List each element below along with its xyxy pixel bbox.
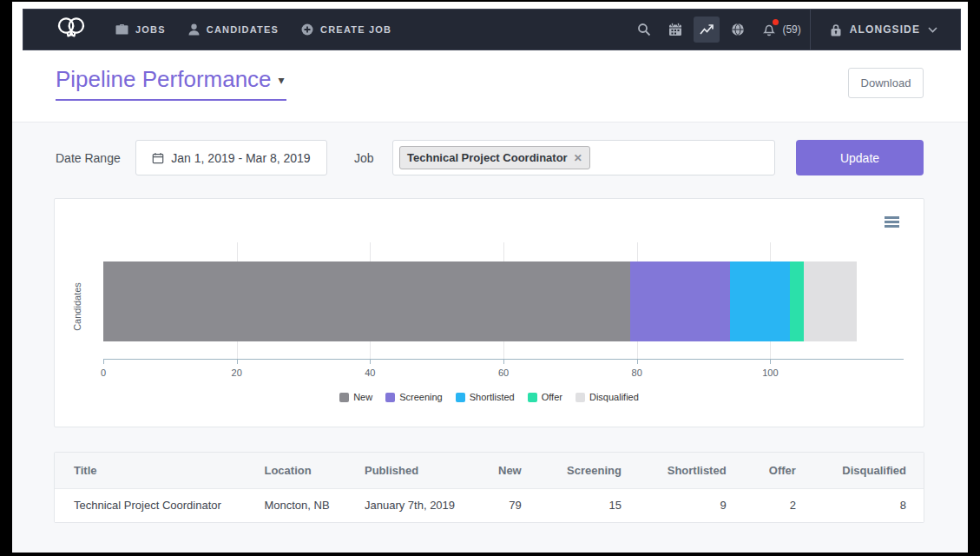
briefcase-icon bbox=[115, 23, 128, 36]
date-range-input[interactable]: Jan 1, 2019 - Mar 8, 2019 bbox=[135, 140, 327, 175]
legend-item-disqualified[interactable]: Disqualified bbox=[576, 392, 639, 402]
nav-item-label: CREATE JOB bbox=[320, 24, 391, 35]
legend-swatch bbox=[576, 393, 585, 402]
table-header-row: TitleLocationPublishedNewScreeningShortl… bbox=[55, 453, 924, 488]
calendar-icon bbox=[152, 152, 164, 164]
nav-item-label: JOBS bbox=[135, 24, 166, 35]
alongside-logo[interactable] bbox=[53, 14, 89, 45]
account-menu[interactable]: ALONGSIDE bbox=[810, 10, 960, 50]
update-button[interactable]: Update bbox=[796, 140, 924, 175]
legend-item-screening[interactable]: Screening bbox=[385, 392, 443, 402]
axis-tick-label: 40 bbox=[352, 367, 387, 378]
legend-label: New bbox=[353, 392, 372, 402]
notification-dot bbox=[773, 19, 779, 25]
legend-item-shortlisted[interactable]: Shortlisted bbox=[456, 392, 515, 402]
table-cell: 2 bbox=[744, 488, 813, 522]
bell-button[interactable] bbox=[756, 17, 782, 43]
reports-button[interactable] bbox=[694, 17, 720, 43]
account-label: ALONGSIDE bbox=[850, 23, 920, 36]
download-button[interactable]: Download bbox=[848, 68, 924, 98]
top-navbar: JOBS CANDIDATES CREATE J bbox=[23, 9, 961, 50]
job-tag: Technical Project Coordinator ✕ bbox=[399, 146, 590, 169]
axis-tick bbox=[637, 360, 638, 364]
line-chart-icon bbox=[699, 23, 714, 36]
table-column-header: Published bbox=[345, 453, 473, 488]
job-select-input[interactable]: Technical Project Coordinator ✕ bbox=[392, 140, 775, 175]
page-title: Pipeline Performance bbox=[56, 66, 272, 92]
table-column-header: Screening bbox=[539, 453, 639, 488]
table-cell: 79 bbox=[473, 488, 539, 522]
bar-segment-offer[interactable] bbox=[790, 261, 803, 341]
table-cell: Moncton, NB bbox=[245, 488, 345, 522]
table-row[interactable]: Technical Project CoordinatorMoncton, NB… bbox=[55, 488, 924, 522]
bar-segment-shortlisted[interactable] bbox=[730, 261, 790, 341]
table-cell: Technical Project Coordinator bbox=[55, 488, 245, 522]
axis-tick-label: 20 bbox=[220, 367, 254, 378]
legend-label: Offer bbox=[542, 392, 562, 402]
axis-tick-label: 80 bbox=[620, 367, 654, 378]
nav-item-candidates[interactable]: CANDIDATES bbox=[188, 23, 279, 36]
app-page: JOBS CANDIDATES CREATE J bbox=[12, 2, 968, 553]
bar-segment-disqualified[interactable] bbox=[804, 261, 857, 341]
user-icon bbox=[188, 23, 200, 36]
chart-menu-button[interactable] bbox=[885, 216, 899, 229]
globe-icon bbox=[731, 23, 745, 36]
legend-item-new[interactable]: New bbox=[339, 392, 372, 402]
axis-tick bbox=[770, 360, 771, 364]
nav-item-label: CANDIDATES bbox=[207, 24, 279, 35]
search-button[interactable] bbox=[631, 17, 657, 43]
axis-tick-label: 60 bbox=[486, 367, 521, 378]
title-caret-icon: ▾ bbox=[279, 73, 285, 87]
legend-label: Screening bbox=[399, 392, 443, 402]
search-icon bbox=[637, 23, 651, 36]
nav-item-create-job[interactable]: CREATE JOB bbox=[301, 23, 391, 36]
report-title-dropdown[interactable]: Pipeline Performance▾ bbox=[56, 66, 286, 101]
table-column-header: Offer bbox=[744, 453, 813, 488]
axis-tick bbox=[370, 360, 371, 364]
legend-swatch bbox=[456, 393, 465, 402]
table-column-header: Location bbox=[245, 453, 345, 488]
calendar-icon bbox=[668, 23, 682, 36]
notification-count: (59) bbox=[782, 23, 800, 36]
table-column-header: New bbox=[473, 453, 539, 488]
chart-legend: NewScreeningShortlistedOfferDisqualified bbox=[55, 392, 924, 402]
pipeline-table: TitleLocationPublishedNewScreeningShortl… bbox=[55, 453, 924, 522]
notifications[interactable]: (59) bbox=[756, 17, 800, 43]
date-range-value: Jan 1, 2019 - Mar 8, 2019 bbox=[171, 151, 310, 165]
table-cell: 8 bbox=[813, 488, 924, 522]
y-axis-label: Candidates bbox=[72, 276, 82, 337]
page-header: Pipeline Performance▾ bbox=[56, 66, 286, 101]
plus-circle-icon bbox=[301, 23, 313, 36]
lock-icon bbox=[830, 23, 842, 36]
table-cell: January 7th, 2019 bbox=[345, 488, 473, 522]
legend-swatch bbox=[385, 393, 395, 402]
date-range-label: Date Range bbox=[56, 151, 121, 165]
legend-swatch bbox=[528, 393, 537, 402]
table-column-header: Shortlisted bbox=[639, 453, 744, 488]
legend-label: Disqualified bbox=[589, 392, 639, 402]
stacked-bar[interactable] bbox=[103, 261, 904, 341]
bar-segment-screening[interactable] bbox=[630, 261, 730, 341]
remove-tag-icon[interactable]: ✕ bbox=[574, 152, 582, 164]
bar-segment-new[interactable] bbox=[103, 261, 630, 341]
job-label: Job bbox=[354, 151, 374, 165]
chart-plot-area bbox=[103, 242, 904, 359]
legend-swatch bbox=[339, 393, 349, 402]
table-body: Technical Project CoordinatorMoncton, NB… bbox=[55, 488, 924, 522]
axis-tick bbox=[103, 360, 104, 364]
primary-nav: JOBS CANDIDATES CREATE J bbox=[115, 23, 391, 36]
hamburger-icon bbox=[885, 216, 899, 219]
legend-item-offer[interactable]: Offer bbox=[528, 392, 562, 402]
axis-tick bbox=[237, 360, 238, 364]
table-column-header: Title bbox=[55, 453, 245, 488]
axis-tick-label: 0 bbox=[86, 367, 121, 378]
hearts-logo-icon bbox=[53, 14, 89, 45]
nav-item-jobs[interactable]: JOBS bbox=[115, 23, 166, 36]
pipeline-table-card: TitleLocationPublishedNewScreeningShortl… bbox=[54, 452, 924, 523]
table-cell: 9 bbox=[639, 488, 744, 522]
chevron-down-icon bbox=[928, 27, 937, 33]
globe-button[interactable] bbox=[725, 17, 751, 43]
calendar-button[interactable] bbox=[662, 17, 688, 43]
legend-label: Shortlisted bbox=[470, 392, 515, 402]
axis-tick bbox=[503, 360, 504, 364]
